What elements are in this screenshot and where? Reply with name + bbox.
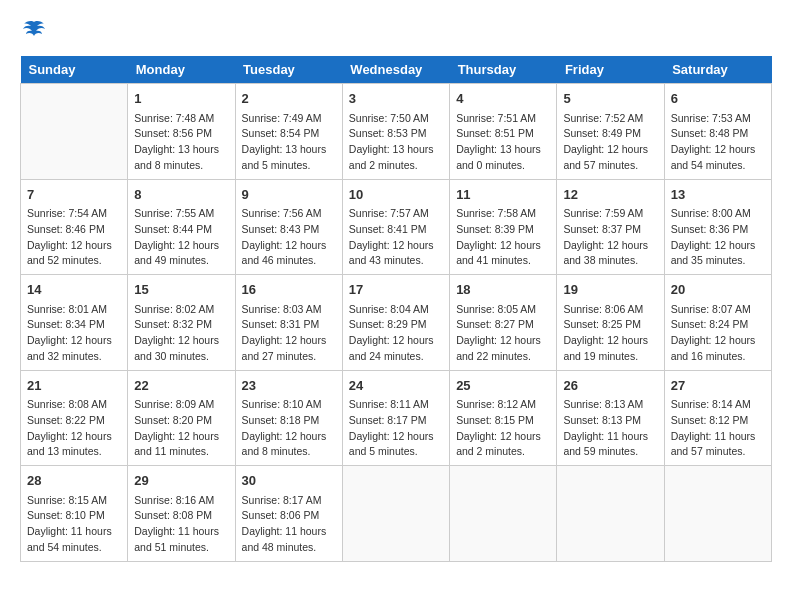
calendar-cell: 7Sunrise: 7:54 AM Sunset: 8:46 PM Daylig… — [21, 179, 128, 275]
day-number: 18 — [456, 280, 550, 300]
calendar-cell — [21, 84, 128, 180]
calendar-week-row: 14Sunrise: 8:01 AM Sunset: 8:34 PM Dayli… — [21, 275, 772, 371]
calendar-cell: 5Sunrise: 7:52 AM Sunset: 8:49 PM Daylig… — [557, 84, 664, 180]
cell-info: Sunrise: 7:48 AM Sunset: 8:56 PM Dayligh… — [134, 111, 228, 174]
cell-info: Sunrise: 7:56 AM Sunset: 8:43 PM Dayligh… — [242, 206, 336, 269]
day-number: 19 — [563, 280, 657, 300]
cell-info: Sunrise: 7:57 AM Sunset: 8:41 PM Dayligh… — [349, 206, 443, 269]
day-number: 25 — [456, 376, 550, 396]
day-number: 20 — [671, 280, 765, 300]
cell-info: Sunrise: 8:16 AM Sunset: 8:08 PM Dayligh… — [134, 493, 228, 556]
day-number: 15 — [134, 280, 228, 300]
day-number: 1 — [134, 89, 228, 109]
cell-info: Sunrise: 7:54 AM Sunset: 8:46 PM Dayligh… — [27, 206, 121, 269]
calendar-cell: 4Sunrise: 7:51 AM Sunset: 8:51 PM Daylig… — [450, 84, 557, 180]
logo-bird-icon — [22, 20, 46, 46]
day-header-friday: Friday — [557, 56, 664, 84]
cell-info: Sunrise: 8:12 AM Sunset: 8:15 PM Dayligh… — [456, 397, 550, 460]
cell-info: Sunrise: 8:03 AM Sunset: 8:31 PM Dayligh… — [242, 302, 336, 365]
cell-info: Sunrise: 8:09 AM Sunset: 8:20 PM Dayligh… — [134, 397, 228, 460]
day-header-monday: Monday — [128, 56, 235, 84]
calendar-week-row: 21Sunrise: 8:08 AM Sunset: 8:22 PM Dayli… — [21, 370, 772, 466]
cell-info: Sunrise: 8:02 AM Sunset: 8:32 PM Dayligh… — [134, 302, 228, 365]
day-number: 10 — [349, 185, 443, 205]
calendar-cell: 3Sunrise: 7:50 AM Sunset: 8:53 PM Daylig… — [342, 84, 449, 180]
cell-info: Sunrise: 7:50 AM Sunset: 8:53 PM Dayligh… — [349, 111, 443, 174]
day-number: 29 — [134, 471, 228, 491]
calendar-cell: 27Sunrise: 8:14 AM Sunset: 8:12 PM Dayli… — [664, 370, 771, 466]
cell-info: Sunrise: 7:51 AM Sunset: 8:51 PM Dayligh… — [456, 111, 550, 174]
cell-info: Sunrise: 8:05 AM Sunset: 8:27 PM Dayligh… — [456, 302, 550, 365]
calendar-cell: 8Sunrise: 7:55 AM Sunset: 8:44 PM Daylig… — [128, 179, 235, 275]
calendar-cell: 28Sunrise: 8:15 AM Sunset: 8:10 PM Dayli… — [21, 466, 128, 562]
calendar-cell — [664, 466, 771, 562]
cell-info: Sunrise: 8:11 AM Sunset: 8:17 PM Dayligh… — [349, 397, 443, 460]
calendar-cell: 12Sunrise: 7:59 AM Sunset: 8:37 PM Dayli… — [557, 179, 664, 275]
calendar-cell: 9Sunrise: 7:56 AM Sunset: 8:43 PM Daylig… — [235, 179, 342, 275]
calendar-cell: 18Sunrise: 8:05 AM Sunset: 8:27 PM Dayli… — [450, 275, 557, 371]
day-header-sunday: Sunday — [21, 56, 128, 84]
day-number: 4 — [456, 89, 550, 109]
calendar-header-row: SundayMondayTuesdayWednesdayThursdayFrid… — [21, 56, 772, 84]
calendar-cell: 10Sunrise: 7:57 AM Sunset: 8:41 PM Dayli… — [342, 179, 449, 275]
day-header-tuesday: Tuesday — [235, 56, 342, 84]
calendar-table: SundayMondayTuesdayWednesdayThursdayFrid… — [20, 56, 772, 562]
day-number: 5 — [563, 89, 657, 109]
cell-info: Sunrise: 8:01 AM Sunset: 8:34 PM Dayligh… — [27, 302, 121, 365]
day-number: 14 — [27, 280, 121, 300]
day-number: 24 — [349, 376, 443, 396]
cell-info: Sunrise: 8:14 AM Sunset: 8:12 PM Dayligh… — [671, 397, 765, 460]
day-number: 16 — [242, 280, 336, 300]
cell-info: Sunrise: 7:55 AM Sunset: 8:44 PM Dayligh… — [134, 206, 228, 269]
calendar-cell: 20Sunrise: 8:07 AM Sunset: 8:24 PM Dayli… — [664, 275, 771, 371]
day-number: 6 — [671, 89, 765, 109]
calendar-cell — [450, 466, 557, 562]
day-number: 11 — [456, 185, 550, 205]
day-number: 21 — [27, 376, 121, 396]
day-number: 9 — [242, 185, 336, 205]
calendar-cell — [342, 466, 449, 562]
day-number: 12 — [563, 185, 657, 205]
calendar-cell: 29Sunrise: 8:16 AM Sunset: 8:08 PM Dayli… — [128, 466, 235, 562]
day-number: 27 — [671, 376, 765, 396]
calendar-cell: 15Sunrise: 8:02 AM Sunset: 8:32 PM Dayli… — [128, 275, 235, 371]
header — [20, 20, 772, 46]
cell-info: Sunrise: 8:06 AM Sunset: 8:25 PM Dayligh… — [563, 302, 657, 365]
cell-info: Sunrise: 7:52 AM Sunset: 8:49 PM Dayligh… — [563, 111, 657, 174]
cell-info: Sunrise: 8:04 AM Sunset: 8:29 PM Dayligh… — [349, 302, 443, 365]
calendar-cell: 23Sunrise: 8:10 AM Sunset: 8:18 PM Dayli… — [235, 370, 342, 466]
day-header-wednesday: Wednesday — [342, 56, 449, 84]
calendar-cell: 17Sunrise: 8:04 AM Sunset: 8:29 PM Dayli… — [342, 275, 449, 371]
day-number: 3 — [349, 89, 443, 109]
calendar-cell: 30Sunrise: 8:17 AM Sunset: 8:06 PM Dayli… — [235, 466, 342, 562]
day-number: 30 — [242, 471, 336, 491]
calendar-cell: 14Sunrise: 8:01 AM Sunset: 8:34 PM Dayli… — [21, 275, 128, 371]
cell-info: Sunrise: 7:53 AM Sunset: 8:48 PM Dayligh… — [671, 111, 765, 174]
calendar-cell: 21Sunrise: 8:08 AM Sunset: 8:22 PM Dayli… — [21, 370, 128, 466]
cell-info: Sunrise: 7:58 AM Sunset: 8:39 PM Dayligh… — [456, 206, 550, 269]
cell-info: Sunrise: 8:17 AM Sunset: 8:06 PM Dayligh… — [242, 493, 336, 556]
cell-info: Sunrise: 8:10 AM Sunset: 8:18 PM Dayligh… — [242, 397, 336, 460]
calendar-cell: 24Sunrise: 8:11 AM Sunset: 8:17 PM Dayli… — [342, 370, 449, 466]
calendar-cell: 26Sunrise: 8:13 AM Sunset: 8:13 PM Dayli… — [557, 370, 664, 466]
day-number: 23 — [242, 376, 336, 396]
day-header-saturday: Saturday — [664, 56, 771, 84]
calendar-cell: 13Sunrise: 8:00 AM Sunset: 8:36 PM Dayli… — [664, 179, 771, 275]
day-number: 17 — [349, 280, 443, 300]
calendar-cell: 11Sunrise: 7:58 AM Sunset: 8:39 PM Dayli… — [450, 179, 557, 275]
cell-info: Sunrise: 8:13 AM Sunset: 8:13 PM Dayligh… — [563, 397, 657, 460]
calendar-cell — [557, 466, 664, 562]
day-number: 28 — [27, 471, 121, 491]
cell-info: Sunrise: 8:15 AM Sunset: 8:10 PM Dayligh… — [27, 493, 121, 556]
logo — [20, 20, 46, 46]
calendar-cell: 25Sunrise: 8:12 AM Sunset: 8:15 PM Dayli… — [450, 370, 557, 466]
cell-info: Sunrise: 8:07 AM Sunset: 8:24 PM Dayligh… — [671, 302, 765, 365]
day-number: 26 — [563, 376, 657, 396]
calendar-week-row: 28Sunrise: 8:15 AM Sunset: 8:10 PM Dayli… — [21, 466, 772, 562]
calendar-cell: 19Sunrise: 8:06 AM Sunset: 8:25 PM Dayli… — [557, 275, 664, 371]
calendar-cell: 2Sunrise: 7:49 AM Sunset: 8:54 PM Daylig… — [235, 84, 342, 180]
calendar-cell: 1Sunrise: 7:48 AM Sunset: 8:56 PM Daylig… — [128, 84, 235, 180]
cell-info: Sunrise: 8:08 AM Sunset: 8:22 PM Dayligh… — [27, 397, 121, 460]
day-number: 2 — [242, 89, 336, 109]
day-number: 7 — [27, 185, 121, 205]
